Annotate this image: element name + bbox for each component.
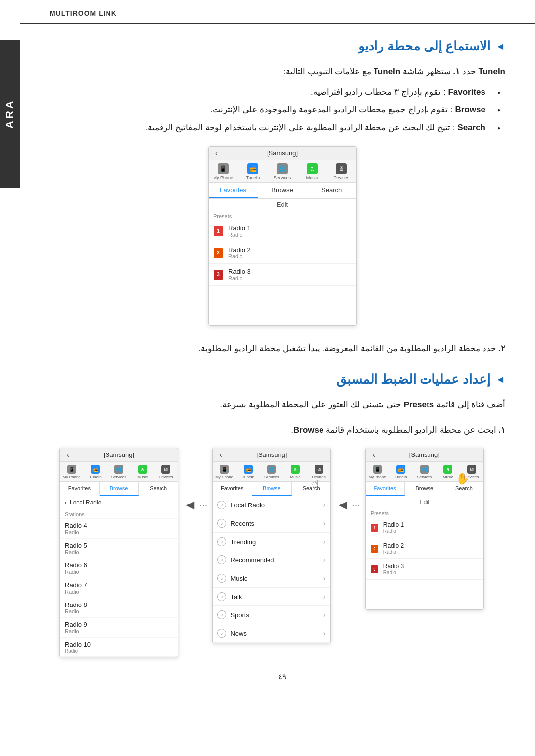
- station-7[interactable]: Radio 7Radio: [60, 578, 178, 598]
- right-arrow-icon: ◄: [336, 497, 350, 513]
- nav-search[interactable]: Search: [307, 183, 356, 198]
- tune-icon-recommended: ♪: [217, 555, 226, 564]
- tab-myphone[interactable]: 📱 My Phone: [209, 160, 238, 182]
- tab-tunein[interactable]: 📻 TuneIn: [238, 160, 268, 182]
- right-item-2-text: Radio 2 Radio: [383, 542, 404, 554]
- left-music-label: Music: [137, 475, 148, 479]
- list-item-1[interactable]: 1 Radio 1 Radio: [209, 220, 356, 242]
- item-2-text: Radio 2 Radio: [228, 246, 251, 259]
- ui-main-header: ‹ [Samsung]: [209, 147, 356, 160]
- mid-tab-music[interactable]: a Music: [283, 462, 307, 481]
- browse-news-arrow: ›: [323, 629, 326, 637]
- back-arrow-icon[interactable]: ‹: [215, 149, 218, 158]
- back-arrow-middle[interactable]: ‹: [219, 451, 222, 459]
- left-tunein-label: TuneIn: [89, 475, 102, 479]
- tab-devices[interactable]: 🖥 Devices: [326, 160, 356, 182]
- mid-nav-favorites[interactable]: Favorites: [213, 482, 252, 496]
- left-tab-myphone[interactable]: 📱 My Phone: [60, 462, 84, 481]
- left-nav-search[interactable]: Search: [139, 482, 178, 496]
- browse-recents-arrow: ›: [323, 519, 326, 527]
- tab-tunein-label: TuneIn: [246, 175, 260, 180]
- browse-news[interactable]: ♪ News ›: [213, 624, 330, 643]
- right-item-1[interactable]: 1 Radio 1 Radio: [366, 517, 483, 538]
- ui-left-stations-label: Stations: [60, 509, 178, 519]
- browse-recommended[interactable]: ♪ Recommended ›: [213, 551, 330, 569]
- hand-cursor-icon: ✋: [456, 472, 469, 485]
- right-item-3[interactable]: 3 Radio 3 Radio: [366, 559, 483, 580]
- nav-browse[interactable]: Browse: [258, 183, 308, 198]
- station-6[interactable]: Radio 6Radio: [60, 558, 178, 578]
- browse-recommended-label: Recommended: [230, 556, 319, 564]
- station-5[interactable]: Radio 5Radio: [60, 539, 178, 558]
- dots-left: ···: [199, 500, 208, 511]
- ui-main-edit-row[interactable]: Edit: [209, 199, 356, 211]
- right-item-2[interactable]: 2 Radio 2 Radio: [366, 538, 483, 559]
- samsung-ui-main: ‹ [Samsung] 📱 My Phone 📻 TuneIn 🌐 Servic…: [208, 146, 357, 326]
- mid-tab-tunein[interactable]: 📻 TuneIn: [236, 462, 260, 481]
- browse-music[interactable]: ♪ Music ›: [213, 569, 330, 588]
- left-tab-services[interactable]: 🌐 Services: [107, 462, 131, 481]
- left-services-icon: 🌐: [114, 465, 123, 474]
- tune-icon-talk: ♪: [217, 592, 226, 601]
- browse-sports[interactable]: ♪ Sports ›: [213, 606, 330, 624]
- left-tab-tunein[interactable]: 📻 TuneIn: [84, 462, 107, 481]
- left-nav-favorites[interactable]: Favorites: [60, 482, 100, 496]
- list-item-2[interactable]: 2 Radio 2 Radio: [209, 242, 356, 264]
- browse-talk-arrow: ›: [323, 593, 326, 601]
- nav-favorites[interactable]: Favorites: [209, 183, 258, 198]
- right-tab-myphone[interactable]: 📱 My Phone: [366, 462, 389, 481]
- tab-music[interactable]: a Music: [297, 160, 327, 182]
- tune-icon-music: ♪: [217, 574, 226, 583]
- browse-recents[interactable]: ♪ Recents ›: [213, 514, 330, 533]
- back-arrow-icon-left[interactable]: ‹: [67, 451, 69, 459]
- tune-icon-news: ♪: [217, 629, 226, 638]
- arrow-middle-right: ◄ ···: [331, 448, 365, 513]
- browse-sports-arrow: ›: [323, 611, 326, 619]
- back-arrow-right[interactable]: ‹: [373, 451, 375, 459]
- right-preset-2: 2: [371, 545, 378, 553]
- main-samsung-ui-container: ‹ [Samsung] 📱 My Phone 📻 TuneIn 🌐 Servic…: [59, 146, 505, 326]
- left-tab-devices[interactable]: 🖥 Devices: [154, 462, 178, 481]
- browse-talk-label: Talk: [230, 593, 319, 601]
- ui-right-edit[interactable]: Edit: [366, 496, 483, 508]
- right-services-label: Services: [417, 475, 432, 479]
- sidebar-ara-label: ARA: [0, 40, 20, 188]
- tab-myphone-label: My Phone: [214, 175, 234, 180]
- ui-left-back-row[interactable]: ‹ Local Radio: [60, 496, 178, 509]
- right-nav-browse[interactable]: Browse: [405, 482, 444, 496]
- ui-right-header: ‹ [Samsung]: [366, 448, 483, 462]
- station-4[interactable]: Radio 4Radio: [60, 519, 178, 539]
- mid-nav-browse[interactable]: Browse: [252, 482, 292, 496]
- ui-main-tabs-row: 📱 My Phone 📻 TuneIn 🌐 Services a Music 🖥: [209, 160, 356, 183]
- right-tab-tunein[interactable]: 📻 TuneIn: [389, 462, 413, 481]
- station-8[interactable]: Radio 8Radio: [60, 598, 178, 618]
- services-icon: 🌐: [277, 163, 288, 174]
- samsung-ui-left: ‹ [Samsung] 📱 My Phone 📻 TuneIn 🌐 Servic…: [59, 448, 178, 657]
- right-item-1-text: Radio 1 Radio: [383, 521, 404, 534]
- browse-localradio[interactable]: ♪ Local Radio ›: [213, 496, 330, 514]
- tab-services[interactable]: 🌐 Services: [268, 160, 297, 182]
- tune-icon-sports: ♪: [217, 610, 226, 619]
- list-item-3[interactable]: 3 Radio 3 Radio: [209, 264, 356, 286]
- myphone-icon: 📱: [218, 163, 229, 174]
- right-music-label: Music: [443, 475, 453, 479]
- right-nav-favorites[interactable]: Favorites: [366, 482, 405, 496]
- browse-news-label: News: [230, 630, 319, 637]
- station-10[interactable]: Radio 10Radio: [60, 638, 178, 657]
- left-tab-music[interactable]: a Music: [131, 462, 155, 481]
- mid-myphone-label: My Phone: [215, 475, 233, 479]
- browse-talk[interactable]: ♪ Talk ›: [213, 588, 330, 606]
- left-myphone-icon: 📱: [67, 465, 76, 474]
- ui-main-presets-label: Presets: [209, 211, 356, 220]
- right-tab-services[interactable]: 🌐 Services: [413, 462, 436, 481]
- section2-title: إعداد عمليات الضبط المسبق: [59, 372, 505, 387]
- bullet3: Search : تتيح لك البحث عن محطة الراديو ا…: [59, 119, 505, 136]
- browse-trending[interactable]: ♪ Trending ›: [213, 533, 330, 551]
- mid-tab-myphone[interactable]: 📱 My Phone: [213, 462, 236, 481]
- mid-tab-services[interactable]: 🌐 Services: [260, 462, 284, 481]
- browse-trending-arrow: ›: [323, 538, 326, 546]
- browse-recommended-arrow: ›: [323, 556, 326, 564]
- left-nav-browse[interactable]: Browse: [100, 482, 139, 496]
- station-9[interactable]: Radio 9Radio: [60, 618, 178, 638]
- right-tunein-icon: 📻: [396, 465, 405, 474]
